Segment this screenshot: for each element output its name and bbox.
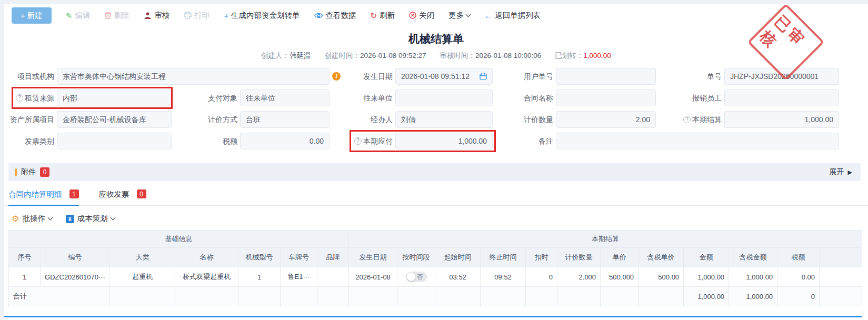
col-amount[interactable]: 金额 xyxy=(684,248,729,267)
audited-time: 审核时间：2026-01-08 10:00:06 xyxy=(440,51,541,61)
cell-amount-tax: 1,000.00 xyxy=(729,267,777,287)
user-no-field[interactable] xyxy=(556,68,656,85)
col-deduct[interactable]: 扣时 xyxy=(526,248,557,267)
pricing-method-field[interactable]: 台班 xyxy=(240,111,330,128)
close-circle-icon xyxy=(409,12,416,19)
table-total-row: 合计 1,000.00 1,000.00 0 xyxy=(9,287,862,306)
delete-button[interactable]: 删除 xyxy=(104,11,129,21)
batch-ops-dropdown[interactable]: ⚙ 批操作 xyxy=(12,214,52,224)
total-label: 合计 xyxy=(9,287,110,306)
remark-field[interactable] xyxy=(556,133,839,149)
chevron-down-icon xyxy=(110,215,115,221)
col-start-time[interactable]: 起始时间 xyxy=(435,248,481,267)
col-seq[interactable]: 序号 xyxy=(9,248,41,267)
col-tax[interactable]: 税额 xyxy=(777,248,820,267)
reimburse-field[interactable] xyxy=(724,89,839,106)
period-toggle[interactable]: 否 xyxy=(406,272,427,282)
doc-no-field[interactable]: JHZP-JXJSD20260000001 xyxy=(724,68,839,85)
date-field[interactable]: 2026-01-08 09:51:12 xyxy=(395,68,493,85)
gear-icon: ⚙ xyxy=(12,215,19,223)
back-to-list-button[interactable]: ← 返回单据列表 xyxy=(484,11,541,21)
col-amount-tax[interactable]: 含税金额 xyxy=(729,248,777,267)
pencil-icon: ✎ xyxy=(66,12,73,19)
help-icon[interactable]: ? xyxy=(354,137,362,145)
pay-target-label: 支付对象 xyxy=(174,89,237,106)
tab-badge: 1 xyxy=(69,189,79,198)
current-settle-field[interactable]: 1,000.00 xyxy=(724,111,839,128)
toggle-knob xyxy=(407,273,415,281)
cell-seq: 1 xyxy=(9,267,41,287)
attachment-bar: 附件 0 展开 ▶ xyxy=(8,163,861,181)
cost-plan-icon: ¥ xyxy=(66,215,74,223)
tab-contract-settlement-detail[interactable]: 合同内结算明细 1 xyxy=(8,189,79,206)
tax-field[interactable]: 0.00 xyxy=(240,133,330,149)
doc-no-label: 单号 xyxy=(659,68,722,85)
document-form: 项目或机构 东营市奥体中心钢结构安装工程 i 发生日期 2026-01-08 0… xyxy=(4,68,868,149)
handler-field[interactable]: 刘倩 xyxy=(395,111,493,128)
tax-label: 税额 xyxy=(174,133,237,149)
group-current-settlement: 本期结算 xyxy=(349,231,862,248)
doc-meta: 创建人：韩延温 创建时间：2026-01-08 09:52:27 审核时间：20… xyxy=(4,51,868,61)
chevron-down-icon xyxy=(47,215,53,221)
col-brand[interactable]: 品牌 xyxy=(317,248,349,267)
audit-person-icon xyxy=(144,12,152,19)
lease-source-field[interactable]: 内部 xyxy=(57,89,172,106)
close-button[interactable]: 关闭 xyxy=(409,11,434,21)
cell-date: 2026-01-08 xyxy=(349,267,397,287)
attachment-label: 附件 xyxy=(21,167,36,177)
col-qty[interactable]: 计价数量 xyxy=(557,248,601,267)
asset-project-field[interactable]: 金桥装配公司-机械设备库 xyxy=(57,111,172,128)
view-data-button[interactable]: 查看数据 xyxy=(314,11,356,21)
col-price[interactable]: 单价 xyxy=(601,248,638,267)
user-no-label: 用户单号 xyxy=(495,68,553,85)
audit-button[interactable]: 审核 xyxy=(144,11,169,21)
table-group-header-row: 基础信息 本期结算 xyxy=(9,231,862,248)
table-row[interactable]: 1 GDZC202601070··· 起重机 桥式双梁起重机 1 鲁E1··· … xyxy=(9,267,862,287)
pricing-qty-field[interactable]: 2.00 xyxy=(556,111,656,128)
col-price-tax[interactable]: 含税单价 xyxy=(638,248,684,267)
tab-receivable-invoice[interactable]: 应收发票 0 xyxy=(99,189,146,205)
cell-qty: 2.000 xyxy=(557,267,601,287)
current-payable-field[interactable]: 1,000.00 xyxy=(395,133,493,149)
cell-spacer xyxy=(820,287,862,306)
more-button[interactable]: 更多 xyxy=(448,11,470,21)
col-date[interactable]: 发生日期 xyxy=(349,248,397,267)
section-marker xyxy=(15,168,17,176)
new-button[interactable]: + 新建 xyxy=(12,7,52,24)
detail-tabs: 合同内结算明细 1 应收发票 0 xyxy=(4,189,868,206)
col-name[interactable]: 名称 xyxy=(175,248,238,267)
col-category[interactable]: 大类 xyxy=(110,248,175,267)
handler-label: 经办人 xyxy=(332,111,393,128)
edit-button[interactable]: ✎ 编辑 xyxy=(66,11,91,21)
col-plate[interactable]: 车牌号 xyxy=(281,248,317,267)
counterparty-field[interactable] xyxy=(395,89,493,106)
col-code[interactable]: 编号 xyxy=(41,248,110,267)
col-by-period[interactable]: 按时间段 xyxy=(397,248,435,267)
invoice-type-field[interactable] xyxy=(57,133,172,149)
print-button[interactable]: 打印 xyxy=(184,11,209,21)
remark-label: 备注 xyxy=(495,133,553,149)
cell-start-time: 03:52 xyxy=(435,267,481,287)
project-field[interactable]: 东营市奥体中心钢结构安装工程 xyxy=(57,68,330,85)
eye-icon xyxy=(314,12,323,19)
contract-field[interactable] xyxy=(556,89,656,106)
date-label: i 发生日期 xyxy=(332,68,393,85)
refresh-button[interactable]: ↻ 刷新 xyxy=(371,11,395,21)
horizontal-scrollbar[interactable] xyxy=(4,316,862,317)
generate-transfer-button[interactable]: + 生成内部资金划转单 xyxy=(224,11,300,21)
cost-plan-dropdown[interactable]: ¥ 成本策划 xyxy=(66,214,115,224)
pay-target-field[interactable]: 往来单位 xyxy=(240,89,330,106)
cell-code: GDZC202601070··· xyxy=(41,267,110,287)
cell-model: 1 xyxy=(238,267,281,287)
calendar-icon[interactable] xyxy=(480,73,487,80)
creator: 创建人：韩延温 xyxy=(261,51,311,61)
col-model[interactable]: 机械型号 xyxy=(238,248,281,267)
help-icon[interactable]: ? xyxy=(16,94,23,102)
col-end-time[interactable]: 终止时间 xyxy=(481,248,526,267)
help-icon[interactable]: ? xyxy=(683,116,691,123)
cell-amount: 1,000.00 xyxy=(684,267,729,287)
expand-button[interactable]: 展开 ▶ xyxy=(830,167,852,177)
total-tax: 0 xyxy=(777,287,820,306)
trash-icon xyxy=(104,12,112,19)
info-icon[interactable]: i xyxy=(332,72,341,81)
